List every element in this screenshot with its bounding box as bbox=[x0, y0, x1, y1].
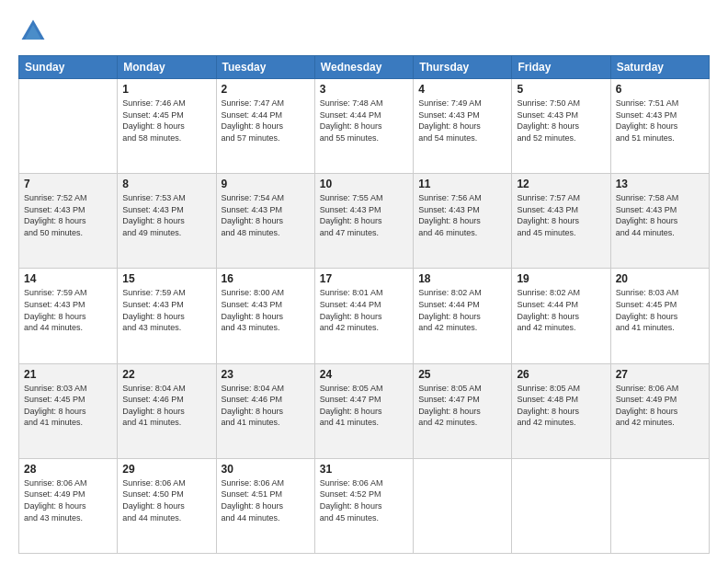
day-info: Sunrise: 7:59 AM Sunset: 4:43 PM Dayligh… bbox=[24, 287, 112, 333]
day-number: 2 bbox=[222, 83, 310, 96]
day-number: 21 bbox=[24, 368, 112, 381]
day-number: 27 bbox=[616, 368, 704, 381]
day-cell: 20Sunrise: 8:03 AM Sunset: 4:45 PM Dayli… bbox=[610, 269, 709, 363]
logo bbox=[18, 17, 51, 46]
day-cell: 2Sunrise: 7:47 AM Sunset: 4:44 PM Daylig… bbox=[216, 79, 314, 174]
day-number: 13 bbox=[616, 178, 704, 190]
day-cell: 8Sunrise: 7:53 AM Sunset: 4:43 PM Daylig… bbox=[118, 174, 216, 269]
day-number: 29 bbox=[122, 463, 210, 476]
day-number: 5 bbox=[517, 83, 605, 96]
day-cell: 15Sunrise: 7:59 AM Sunset: 4:43 PM Dayli… bbox=[118, 269, 216, 363]
day-cell: 4Sunrise: 7:49 AM Sunset: 4:43 PM Daylig… bbox=[414, 79, 512, 174]
day-number: 3 bbox=[320, 83, 408, 96]
day-number: 9 bbox=[222, 178, 310, 190]
day-info: Sunrise: 8:02 AM Sunset: 4:44 PM Dayligh… bbox=[418, 287, 506, 333]
day-cell: 22Sunrise: 8:04 AM Sunset: 4:46 PM Dayli… bbox=[118, 363, 216, 458]
day-info: Sunrise: 7:48 AM Sunset: 4:44 PM Dayligh… bbox=[320, 98, 408, 144]
day-number: 30 bbox=[222, 463, 310, 476]
header-cell-saturday: Saturday bbox=[610, 56, 709, 79]
header-cell-wednesday: Wednesday bbox=[314, 56, 413, 79]
day-info: Sunrise: 7:56 AM Sunset: 4:43 PM Dayligh… bbox=[418, 192, 506, 238]
day-info: Sunrise: 8:05 AM Sunset: 4:47 PM Dayligh… bbox=[320, 383, 408, 429]
day-number: 17 bbox=[320, 272, 408, 285]
day-number: 1 bbox=[122, 83, 210, 96]
calendar-header: SundayMondayTuesdayWednesdayThursdayFrid… bbox=[19, 56, 710, 79]
day-info: Sunrise: 8:06 AM Sunset: 4:49 PM Dayligh… bbox=[24, 477, 112, 523]
header-cell-thursday: Thursday bbox=[414, 56, 512, 79]
day-cell: 31Sunrise: 8:06 AM Sunset: 4:52 PM Dayli… bbox=[314, 458, 413, 553]
day-cell: 1Sunrise: 7:46 AM Sunset: 4:45 PM Daylig… bbox=[118, 79, 216, 174]
day-number: 10 bbox=[320, 178, 408, 190]
day-info: Sunrise: 7:53 AM Sunset: 4:43 PM Dayligh… bbox=[122, 192, 210, 238]
day-number: 18 bbox=[418, 272, 506, 285]
day-info: Sunrise: 8:06 AM Sunset: 4:49 PM Dayligh… bbox=[616, 383, 704, 429]
day-cell: 3Sunrise: 7:48 AM Sunset: 4:44 PM Daylig… bbox=[314, 79, 413, 174]
day-info: Sunrise: 7:55 AM Sunset: 4:43 PM Dayligh… bbox=[320, 192, 408, 238]
day-info: Sunrise: 7:47 AM Sunset: 4:44 PM Dayligh… bbox=[222, 98, 310, 144]
day-number: 26 bbox=[517, 368, 605, 381]
day-cell: 24Sunrise: 8:05 AM Sunset: 4:47 PM Dayli… bbox=[314, 363, 413, 458]
day-info: Sunrise: 8:04 AM Sunset: 4:46 PM Dayligh… bbox=[222, 383, 310, 429]
day-number: 20 bbox=[616, 272, 704, 285]
logo-icon bbox=[18, 17, 48, 46]
week-row-0: 1Sunrise: 7:46 AM Sunset: 4:45 PM Daylig… bbox=[19, 79, 710, 174]
day-cell: 14Sunrise: 7:59 AM Sunset: 4:43 PM Dayli… bbox=[19, 269, 118, 363]
day-cell: 28Sunrise: 8:06 AM Sunset: 4:49 PM Dayli… bbox=[19, 458, 118, 553]
week-row-2: 14Sunrise: 7:59 AM Sunset: 4:43 PM Dayli… bbox=[19, 269, 710, 363]
day-info: Sunrise: 8:02 AM Sunset: 4:44 PM Dayligh… bbox=[517, 287, 605, 333]
day-cell: 10Sunrise: 7:55 AM Sunset: 4:43 PM Dayli… bbox=[314, 174, 413, 269]
day-cell: 9Sunrise: 7:54 AM Sunset: 4:43 PM Daylig… bbox=[216, 174, 314, 269]
week-row-1: 7Sunrise: 7:52 AM Sunset: 4:43 PM Daylig… bbox=[19, 174, 710, 269]
day-info: Sunrise: 7:50 AM Sunset: 4:43 PM Dayligh… bbox=[517, 98, 605, 144]
day-number: 14 bbox=[24, 272, 112, 285]
day-number: 8 bbox=[122, 178, 210, 190]
header-cell-sunday: Sunday bbox=[19, 56, 118, 79]
day-info: Sunrise: 7:46 AM Sunset: 4:45 PM Dayligh… bbox=[122, 98, 210, 144]
day-info: Sunrise: 8:06 AM Sunset: 4:52 PM Dayligh… bbox=[320, 477, 408, 523]
week-row-3: 21Sunrise: 8:03 AM Sunset: 4:45 PM Dayli… bbox=[19, 363, 710, 458]
day-info: Sunrise: 7:49 AM Sunset: 4:43 PM Dayligh… bbox=[418, 98, 506, 144]
day-info: Sunrise: 8:04 AM Sunset: 4:46 PM Dayligh… bbox=[122, 383, 210, 429]
day-info: Sunrise: 8:05 AM Sunset: 4:48 PM Dayligh… bbox=[517, 383, 605, 429]
page: SundayMondayTuesdayWednesdayThursdayFrid… bbox=[0, 0, 728, 563]
day-cell: 16Sunrise: 8:00 AM Sunset: 4:43 PM Dayli… bbox=[216, 269, 314, 363]
day-cell: 27Sunrise: 8:06 AM Sunset: 4:49 PM Dayli… bbox=[610, 363, 709, 458]
day-cell: 29Sunrise: 8:06 AM Sunset: 4:50 PM Dayli… bbox=[118, 458, 216, 553]
day-info: Sunrise: 8:00 AM Sunset: 4:43 PM Dayligh… bbox=[222, 287, 310, 333]
day-number: 4 bbox=[418, 83, 506, 96]
day-info: Sunrise: 8:03 AM Sunset: 4:45 PM Dayligh… bbox=[616, 287, 704, 333]
calendar-table: SundayMondayTuesdayWednesdayThursdayFrid… bbox=[18, 55, 710, 554]
day-number: 22 bbox=[122, 368, 210, 381]
day-number: 16 bbox=[222, 272, 310, 285]
day-cell bbox=[414, 458, 512, 553]
day-number: 23 bbox=[222, 368, 310, 381]
day-number: 28 bbox=[24, 463, 112, 476]
day-cell bbox=[610, 458, 709, 553]
day-info: Sunrise: 7:52 AM Sunset: 4:43 PM Dayligh… bbox=[24, 192, 112, 238]
day-cell: 6Sunrise: 7:51 AM Sunset: 4:43 PM Daylig… bbox=[610, 79, 709, 174]
day-number: 15 bbox=[122, 272, 210, 285]
day-number: 24 bbox=[320, 368, 408, 381]
header-cell-monday: Monday bbox=[118, 56, 216, 79]
day-cell: 13Sunrise: 7:58 AM Sunset: 4:43 PM Dayli… bbox=[610, 174, 709, 269]
day-cell: 25Sunrise: 8:05 AM Sunset: 4:47 PM Dayli… bbox=[414, 363, 512, 458]
header-cell-friday: Friday bbox=[512, 56, 610, 79]
day-info: Sunrise: 8:06 AM Sunset: 4:50 PM Dayligh… bbox=[122, 477, 210, 523]
day-cell: 12Sunrise: 7:57 AM Sunset: 4:43 PM Dayli… bbox=[512, 174, 610, 269]
day-cell: 30Sunrise: 8:06 AM Sunset: 4:51 PM Dayli… bbox=[216, 458, 314, 553]
day-info: Sunrise: 7:57 AM Sunset: 4:43 PM Dayligh… bbox=[517, 192, 605, 238]
day-info: Sunrise: 8:06 AM Sunset: 4:51 PM Dayligh… bbox=[222, 477, 310, 523]
calendar-body: 1Sunrise: 7:46 AM Sunset: 4:45 PM Daylig… bbox=[19, 79, 710, 554]
day-cell: 18Sunrise: 8:02 AM Sunset: 4:44 PM Dayli… bbox=[414, 269, 512, 363]
day-number: 25 bbox=[418, 368, 506, 381]
header bbox=[18, 17, 710, 46]
day-info: Sunrise: 8:05 AM Sunset: 4:47 PM Dayligh… bbox=[418, 383, 506, 429]
day-cell: 21Sunrise: 8:03 AM Sunset: 4:45 PM Dayli… bbox=[19, 363, 118, 458]
day-cell bbox=[19, 79, 118, 174]
day-number: 7 bbox=[24, 178, 112, 190]
day-cell: 19Sunrise: 8:02 AM Sunset: 4:44 PM Dayli… bbox=[512, 269, 610, 363]
day-cell: 17Sunrise: 8:01 AM Sunset: 4:44 PM Dayli… bbox=[314, 269, 413, 363]
day-number: 19 bbox=[517, 272, 605, 285]
day-cell: 26Sunrise: 8:05 AM Sunset: 4:48 PM Dayli… bbox=[512, 363, 610, 458]
day-number: 31 bbox=[320, 463, 408, 476]
